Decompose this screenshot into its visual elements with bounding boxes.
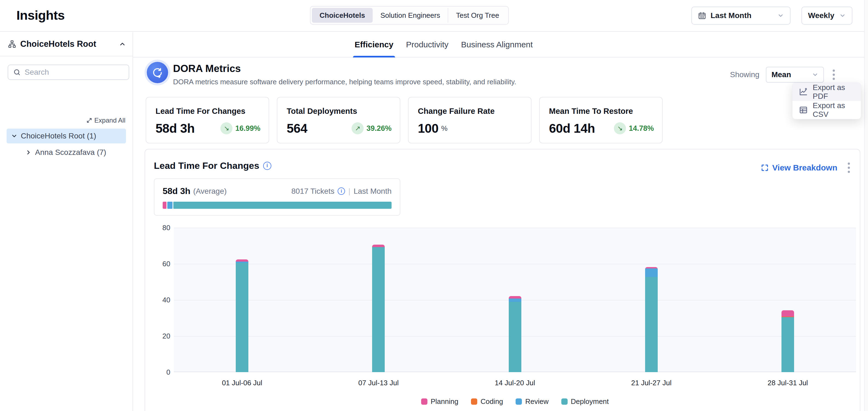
- lead-time-panel: Lead Time For Changes i View Breakdown 5…: [145, 149, 860, 411]
- summary-tickets: 8017 Tickets: [291, 187, 334, 196]
- sidebar-search[interactable]: [8, 65, 129, 80]
- sidebar-header: ChoiceHotels Root: [0, 32, 132, 56]
- info-icon[interactable]: i: [263, 162, 271, 170]
- trend-value: 14.78%: [629, 124, 654, 133]
- view-breakdown-button[interactable]: View Breakdown: [761, 163, 837, 172]
- org-tree-sidebar: ChoiceHotels Root Expand All: [0, 32, 133, 411]
- org-tab-solution-engineers[interactable]: Solution Engineers: [373, 8, 448, 23]
- expand-all-label: Expand All: [94, 116, 125, 124]
- tab-productivity[interactable]: Productivity: [406, 32, 448, 57]
- y-tick-label: 40: [162, 296, 170, 304]
- chevron-down-icon: [839, 12, 846, 19]
- phase-segment-review: [167, 202, 173, 209]
- bar-segment-planning: [509, 296, 521, 299]
- info-icon[interactable]: i: [338, 187, 345, 195]
- trend-up-arrow-icon: ↗: [351, 122, 364, 134]
- expand-all-button[interactable]: Expand All: [86, 116, 125, 124]
- legend-label: Planning: [431, 397, 458, 406]
- stacked-bar-chart: [174, 228, 856, 372]
- granularity-select[interactable]: Weekly: [802, 7, 852, 25]
- tree-item-anna-scozzafava[interactable]: Anna Scozzafava (7): [0, 145, 132, 159]
- bar-segment-planning: [236, 260, 248, 262]
- search-input[interactable]: [25, 68, 124, 77]
- tree-item-label: ChoiceHotels Root (1): [21, 132, 96, 140]
- sidebar-root-title: ChoiceHotels Root: [20, 39, 115, 49]
- dora-cycle-icon: [147, 62, 168, 83]
- table-icon: [799, 106, 808, 114]
- card-mean-time-to-restore: Mean Time To Restore 60d 14h ↘ 14.78%: [539, 97, 663, 143]
- bar-segment-review: [509, 299, 521, 302]
- bar-segment-deployment: [236, 263, 248, 372]
- bar-segment-planning: [372, 245, 385, 247]
- showing-label: Showing: [730, 70, 759, 79]
- lead-time-kebab-menu-button[interactable]: [845, 160, 852, 175]
- x-tick-label: 21 Jul-27 Jul: [583, 379, 720, 387]
- expand-corners-icon: [761, 164, 769, 172]
- chevron-right-icon[interactable]: [25, 149, 32, 156]
- card-value: 58d 3h: [156, 121, 195, 136]
- legend-swatch: [471, 399, 477, 405]
- chevron-down-icon[interactable]: [11, 133, 18, 139]
- bar-group: [446, 228, 583, 372]
- page-title: Insights: [17, 8, 65, 23]
- stacked-bar: [645, 267, 658, 372]
- trend-value: 39.26%: [366, 124, 392, 133]
- legend-item-deployment: Deployment: [561, 397, 609, 406]
- phase-segment-planning: [163, 202, 166, 209]
- dora-kebab-menu-button[interactable]: [831, 67, 837, 82]
- bar-segment-review: [645, 268, 658, 277]
- bar-segment-planning: [781, 310, 794, 316]
- tree-item-label: Anna Scozzafava (7): [35, 148, 106, 157]
- bar-group: [720, 228, 856, 372]
- card-total-deployments: Total Deployments 564 ↗ 39.26%: [277, 97, 400, 143]
- card-title: Lead Time For Changes: [156, 107, 259, 116]
- card-title: Mean Time To Restore: [549, 107, 653, 116]
- export-csv-menu-item[interactable]: Export as CSV: [793, 101, 861, 119]
- tree-item-root[interactable]: ChoiceHotels Root (1): [7, 129, 126, 143]
- card-lead-time-for-changes: Lead Time For Changes 58d 3h ↘ 16.99%: [146, 97, 269, 143]
- card-unit: %: [441, 124, 447, 133]
- x-tick-label: 01 Jul-06 Jul: [174, 379, 310, 387]
- y-tick-label: 80: [162, 224, 170, 232]
- chevron-up-icon[interactable]: [119, 40, 126, 47]
- summary-value: 58d 3h: [163, 186, 190, 196]
- export-pdf-menu-item[interactable]: Export as PDF: [793, 83, 861, 101]
- card-value: 100: [418, 121, 438, 136]
- aggregation-select[interactable]: Mean: [766, 67, 824, 83]
- stacked-bar: [509, 296, 521, 372]
- trend-down-arrow-icon: ↘: [220, 122, 232, 134]
- x-tick-label: 14 Jul-20 Jul: [446, 379, 583, 387]
- expand-icon: [86, 117, 92, 124]
- legend-label: Review: [525, 397, 549, 406]
- card-title: Change Failure Rate: [418, 107, 522, 116]
- date-range-select[interactable]: Last Month: [691, 7, 790, 25]
- tab-efficiency[interactable]: Efficiency: [354, 32, 394, 57]
- y-tick-label: 20: [162, 332, 170, 340]
- card-change-failure-rate: Change Failure Rate 100 %: [408, 97, 531, 143]
- chevron-down-icon: [777, 12, 784, 19]
- tab-business-alignment[interactable]: Business Alignment: [461, 32, 533, 57]
- org-switcher: ChoiceHotels Solution Engineers Test Org…: [310, 6, 509, 25]
- org-tab-choicehotels[interactable]: ChoiceHotels: [312, 8, 373, 23]
- lead-time-summary-card: 58d 3h (Average) 8017 Tickets i | Last M…: [154, 178, 400, 216]
- y-tick-label: 60: [162, 260, 170, 268]
- stacked-bar: [781, 310, 794, 372]
- metric-cards-row: Lead Time For Changes 58d 3h ↘ 16.99% To…: [146, 97, 663, 143]
- bar-group: [583, 228, 720, 372]
- x-tick-label: 07 Jul-13 Jul: [310, 379, 446, 387]
- showing-row: Showing Mean: [730, 67, 837, 83]
- calendar-icon: [698, 11, 706, 20]
- phase-distribution-bar: [163, 202, 392, 209]
- card-value: 564: [287, 121, 307, 136]
- org-tab-test-org-tree[interactable]: Test Org Tree: [448, 8, 507, 23]
- x-tick-label: 28 Jul-31 Jul: [720, 379, 856, 387]
- org-hierarchy-icon: [8, 40, 17, 48]
- bar-segment-deployment: [645, 277, 658, 372]
- summary-period: Last Month: [353, 187, 392, 196]
- trend-value: 16.99%: [235, 124, 260, 133]
- summary-separator: |: [348, 187, 350, 196]
- vertical-scrollbar[interactable]: [864, 0, 868, 411]
- chart-export-icon: [799, 88, 808, 96]
- card-value: 60d 14h: [549, 121, 595, 136]
- summary-qualifier: (Average): [193, 187, 226, 196]
